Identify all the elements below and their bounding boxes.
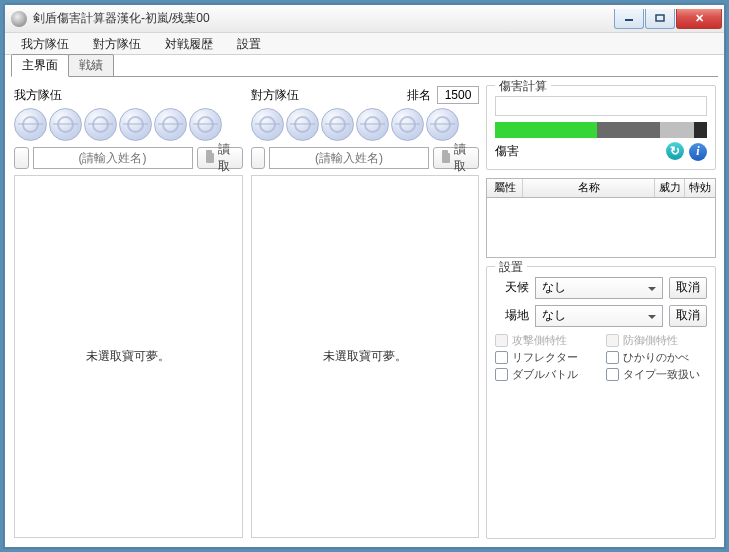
my-team-column: 我方隊伍 讀取 未選取寶可夢。 (13, 85, 244, 539)
titlebar: 剣盾傷害計算器漢化-初嵐/残葉00 ✕ (5, 5, 724, 33)
my-team-slots (14, 108, 243, 141)
settings-group: 設置 天候 なし 取消 場地 なし 取消 攻撃側特性 防御側特性 リフレクター … (486, 266, 716, 540)
menu-opp-team[interactable]: 對方隊伍 (81, 33, 153, 54)
folder-icon (442, 153, 450, 163)
damage-group: 傷害計算 傷害 ↻ i (486, 85, 716, 170)
my-team-body: 未選取寶可夢。 (14, 175, 243, 538)
opp-slot-2[interactable] (286, 108, 319, 141)
chk-double[interactable]: ダブルバトル (495, 367, 596, 382)
my-team-label: 我方隊伍 (14, 87, 62, 104)
opp-slot-1[interactable] (251, 108, 284, 141)
refresh-icon[interactable]: ↻ (666, 142, 684, 160)
opp-team-checkbox[interactable] (251, 147, 266, 169)
damage-bar-black (694, 122, 707, 138)
settings-group-title: 設置 (495, 259, 527, 276)
load-label: 讀取 (454, 141, 470, 175)
app-window: 剣盾傷害計算器漢化-初嵐/残葉00 ✕ 我方隊伍 對方隊伍 対戦履歴 設置 主界… (4, 4, 725, 548)
my-slot-1[interactable] (14, 108, 47, 141)
opp-team-label: 對方隊伍 (251, 87, 299, 104)
opp-team-empty-text: 未選取寶可夢。 (323, 348, 407, 365)
opp-slot-5[interactable] (391, 108, 424, 141)
my-slot-2[interactable] (49, 108, 82, 141)
close-button[interactable]: ✕ (676, 9, 722, 29)
folder-icon (206, 153, 214, 163)
menu-settings[interactable]: 設置 (225, 33, 273, 54)
right-panel: 傷害計算 傷害 ↻ i 屬性 (486, 85, 716, 539)
col-effect: 特効 (685, 179, 715, 197)
opp-team-load-button[interactable]: 讀取 (433, 147, 479, 169)
moves-panel: 屬性 名称 威力 特効 (486, 178, 716, 258)
load-label: 讀取 (218, 141, 234, 175)
my-team-empty-text: 未選取寶可夢。 (86, 348, 170, 365)
tab-record[interactable]: 戦績 (68, 54, 114, 77)
field-cancel-button[interactable]: 取消 (669, 305, 707, 327)
my-slot-3[interactable] (84, 108, 117, 141)
menubar: 我方隊伍 對方隊伍 対戦履歴 設置 (5, 33, 724, 55)
damage-bar-green (495, 122, 597, 138)
col-power: 威力 (655, 179, 685, 197)
my-team-checkbox[interactable] (14, 147, 29, 169)
col-name: 名称 (523, 179, 655, 197)
my-team-load-button[interactable]: 讀取 (197, 147, 243, 169)
damage-bar-dark (597, 122, 661, 138)
menu-my-team[interactable]: 我方隊伍 (9, 33, 81, 54)
tab-main[interactable]: 主界面 (11, 54, 69, 77)
rank-label: 排名 (407, 87, 431, 104)
damage-bar (495, 122, 707, 138)
opp-team-slots (251, 108, 480, 141)
field-label: 場地 (495, 307, 529, 324)
window-title: 剣盾傷害計算器漢化-初嵐/残葉00 (33, 10, 613, 27)
my-team-name-input[interactable] (33, 147, 193, 169)
window-controls: ✕ (613, 9, 722, 29)
svg-rect-1 (656, 15, 664, 21)
opp-team-column: 對方隊伍 排名 讀取 (250, 85, 481, 539)
moves-header: 屬性 名称 威力 特効 (486, 178, 716, 198)
info-icon[interactable]: i (689, 143, 707, 161)
chk-sametype[interactable]: タイプ一致扱い (606, 367, 707, 382)
app-icon (11, 11, 27, 27)
opp-team-body: 未選取寶可夢。 (251, 175, 480, 538)
damage-bar-gray (660, 122, 694, 138)
chk-reflect[interactable]: リフレクター (495, 350, 596, 365)
field-select[interactable]: なし (535, 305, 663, 327)
opp-team-name-input[interactable] (269, 147, 429, 169)
maximize-button[interactable] (645, 9, 675, 29)
rank-input[interactable] (437, 86, 479, 104)
col-attr: 屬性 (487, 179, 523, 197)
menu-history[interactable]: 対戦履歴 (153, 33, 225, 54)
opp-slot-3[interactable] (321, 108, 354, 141)
my-slot-5[interactable] (154, 108, 187, 141)
chk-lightscreen[interactable]: ひかりのかべ (606, 350, 707, 365)
weather-cancel-button[interactable]: 取消 (669, 277, 707, 299)
my-slot-6[interactable] (189, 108, 222, 141)
content-area: 我方隊伍 讀取 未選取寶可夢。 (5, 77, 724, 547)
moves-list[interactable] (486, 198, 716, 258)
weather-label: 天候 (495, 279, 529, 296)
damage-label: 傷害 (495, 143, 519, 160)
chk-atk-ability: 攻撃側特性 (495, 333, 596, 348)
opp-slot-6[interactable] (426, 108, 459, 141)
damage-result-field (495, 96, 707, 116)
opp-slot-4[interactable] (356, 108, 389, 141)
weather-select[interactable]: なし (535, 277, 663, 299)
damage-group-title: 傷害計算 (495, 78, 551, 95)
tabstrip: 主界面 戦績 (5, 55, 724, 77)
minimize-button[interactable] (614, 9, 644, 29)
my-slot-4[interactable] (119, 108, 152, 141)
chk-def-ability: 防御側特性 (606, 333, 707, 348)
